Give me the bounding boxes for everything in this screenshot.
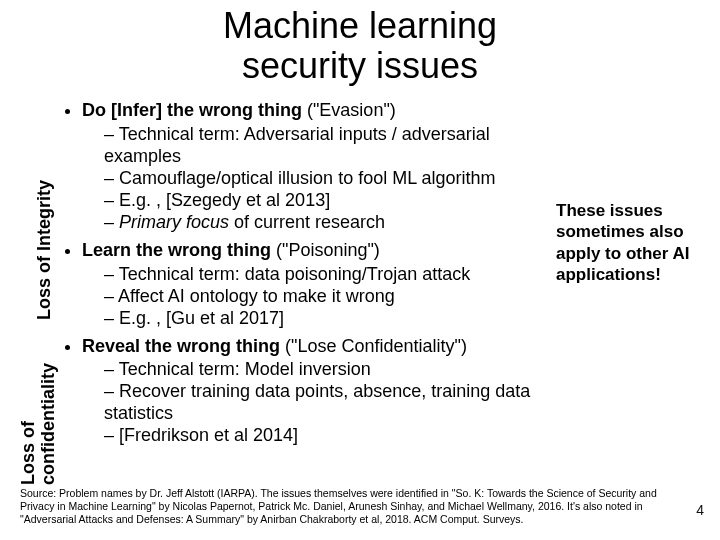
bullet-reveal: Reveal the wrong thing ("Lose Confidenti… [82,336,562,448]
page-number: 4 [696,502,704,518]
sub-item: E.g. , [Gu et al 2017] [104,308,562,330]
side-label-integrity: Loss of Integrity [34,180,55,320]
slide: Machine learning security issues Loss of… [0,0,720,540]
title-line1: Machine learning [223,5,497,46]
bullet-poisoning: Learn the wrong thing ("Poisoning") Tech… [82,240,562,330]
title-line2: security issues [242,45,478,86]
callout-note: These issues sometimes also apply to oth… [556,200,706,285]
bullet-evasion: Do [Infer] the wrong thing ("Evasion") T… [82,100,562,234]
side-label-conf-line2: confidentiality [38,363,59,485]
sub-item: Technical term: Adversarial inputs / adv… [104,124,562,168]
sub-item: Affect AI ontology to make it wrong [104,286,562,308]
source-footnote: Source: Problem names by Dr. Jeff Alstot… [20,487,680,526]
sub-item: E.g. , [Szegedy et al 2013] [104,190,562,212]
sub-item: Recover training data points, absence, t… [104,381,562,425]
side-label-conf-line1: Loss of [18,421,39,485]
sub-item: Primary focus of current research [104,212,562,234]
sub-item: Camouflage/optical illusion to fool ML a… [104,168,562,190]
sub-item: Technical term: Model inversion [104,359,562,381]
slide-title: Machine learning security issues [0,0,720,85]
sub-item: Technical term: data poisoning/Trojan at… [104,264,562,286]
sub-item: [Fredrikson et al 2014] [104,425,562,447]
content-body: Do [Infer] the wrong thing ("Evasion") T… [62,100,562,453]
